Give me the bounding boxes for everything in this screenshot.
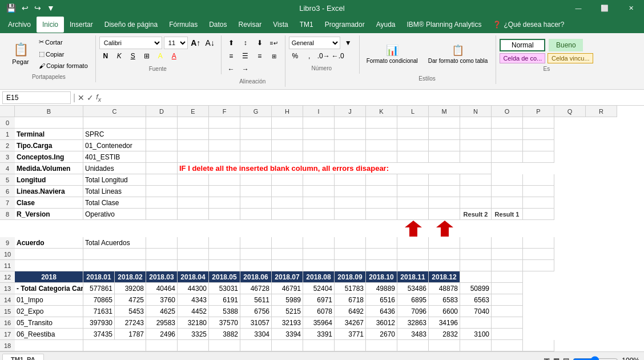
cell[interactable] bbox=[335, 260, 366, 271]
menu-search[interactable]: ❓ ¿Qué desea hacer? bbox=[487, 17, 570, 33]
cell[interactable] bbox=[178, 151, 209, 163]
cell[interactable]: 35964 bbox=[303, 317, 335, 329]
cell[interactable] bbox=[492, 317, 523, 329]
row-header[interactable]: 5 bbox=[0, 174, 15, 186]
cell[interactable]: 2018.11 bbox=[397, 271, 429, 283]
comma-btn[interactable]: , bbox=[303, 50, 316, 62]
cell[interactable] bbox=[335, 140, 366, 151]
window-controls[interactable]: — ⬜ ✕ bbox=[565, 0, 644, 16]
cell[interactable] bbox=[178, 260, 209, 271]
cell[interactable] bbox=[146, 249, 178, 260]
cell[interactable] bbox=[303, 197, 335, 209]
menu-diseno[interactable]: Diseño de página bbox=[99, 17, 163, 33]
cell[interactable]: 02_Expo bbox=[15, 306, 83, 317]
cell[interactable] bbox=[492, 329, 523, 340]
view-layout-btn[interactable]: ▦ bbox=[553, 357, 560, 360]
cell[interactable] bbox=[178, 197, 209, 209]
cell[interactable] bbox=[492, 117, 523, 129]
cell[interactable] bbox=[523, 186, 554, 197]
cell[interactable] bbox=[178, 117, 209, 129]
cell[interactable] bbox=[272, 129, 303, 140]
cell[interactable]: 27243 bbox=[115, 317, 146, 329]
cell[interactable] bbox=[240, 174, 272, 186]
cell[interactable] bbox=[429, 129, 460, 140]
cell[interactable]: 52404 bbox=[303, 283, 335, 294]
cell[interactable] bbox=[83, 249, 146, 260]
cell[interactable]: 31057 bbox=[240, 317, 272, 329]
cell[interactable] bbox=[523, 340, 554, 351]
fill-color-btn[interactable]: A bbox=[154, 50, 167, 62]
cell[interactable] bbox=[492, 340, 523, 351]
increase-decimal-btn[interactable]: .0→ bbox=[317, 50, 330, 62]
cell[interactable] bbox=[523, 197, 554, 209]
cell[interactable] bbox=[366, 117, 397, 129]
cell[interactable] bbox=[366, 151, 397, 163]
cell[interactable] bbox=[146, 117, 178, 129]
cell[interactable] bbox=[15, 340, 83, 351]
col-header-e[interactable]: E bbox=[178, 106, 209, 117]
cell[interactable] bbox=[303, 260, 335, 271]
cell[interactable] bbox=[523, 129, 554, 140]
cell[interactable]: 6078 bbox=[303, 306, 335, 317]
cell[interactable] bbox=[146, 209, 178, 220]
cell[interactable] bbox=[429, 140, 460, 151]
underline-button[interactable]: S bbox=[127, 50, 139, 62]
cell[interactable] bbox=[460, 260, 492, 271]
cell[interactable] bbox=[272, 186, 303, 197]
cell[interactable]: 29583 bbox=[146, 317, 178, 329]
copy-button[interactable]: ⬚ Copiar bbox=[36, 49, 91, 59]
row-header[interactable]: 18 bbox=[0, 340, 15, 351]
cell[interactable] bbox=[178, 174, 209, 186]
cell[interactable] bbox=[272, 237, 303, 249]
cell[interactable] bbox=[209, 237, 240, 249]
col-header-q[interactable]: Q bbox=[554, 106, 586, 117]
cell[interactable] bbox=[272, 151, 303, 163]
cell[interactable]: 3391 bbox=[303, 329, 335, 340]
font-color-btn[interactable]: A bbox=[168, 50, 180, 62]
cell[interactable]: 397930 bbox=[83, 317, 115, 329]
cell[interactable] bbox=[429, 249, 460, 260]
cell[interactable]: R_Version bbox=[15, 209, 83, 220]
cell[interactable] bbox=[492, 237, 523, 249]
cell[interactable] bbox=[492, 140, 523, 151]
cell[interactable]: 70865 bbox=[83, 294, 115, 306]
cell[interactable]: Total Longitud bbox=[83, 174, 146, 186]
qa-dropdown-btn[interactable]: ▼ bbox=[45, 2, 57, 14]
cell[interactable]: 4343 bbox=[178, 294, 209, 306]
cell[interactable]: 2018.06 bbox=[240, 271, 272, 283]
cell[interactable]: 46728 bbox=[240, 283, 272, 294]
cell[interactable] bbox=[240, 129, 272, 140]
cell[interactable] bbox=[523, 249, 554, 260]
cell[interactable] bbox=[272, 340, 303, 351]
cell[interactable]: Lineas.Naviera bbox=[15, 186, 83, 197]
cell[interactable]: 5611 bbox=[240, 294, 272, 306]
align-bottom-btn[interactable]: ⬇ bbox=[253, 37, 266, 49]
cell[interactable] bbox=[209, 260, 240, 271]
border-button[interactable]: ⊞ bbox=[140, 50, 153, 62]
redo-btn[interactable]: ↪ bbox=[33, 2, 43, 14]
cell[interactable] bbox=[209, 129, 240, 140]
cell[interactable]: 2018.03 bbox=[146, 271, 178, 283]
cell[interactable] bbox=[335, 209, 366, 220]
cell[interactable]: 06_Reestiba bbox=[15, 329, 83, 340]
decrease-font-btn[interactable]: A↓ bbox=[204, 37, 216, 49]
cell[interactable] bbox=[397, 140, 429, 151]
cell[interactable] bbox=[335, 151, 366, 163]
cell[interactable]: 2018.08 bbox=[303, 271, 335, 283]
cell[interactable]: 44300 bbox=[178, 283, 209, 294]
cell[interactable] bbox=[429, 174, 460, 186]
cell[interactable]: Result 1 bbox=[492, 209, 523, 220]
row-header[interactable]: 17 bbox=[0, 329, 15, 340]
cell[interactable] bbox=[460, 186, 492, 197]
style-linked-btn[interactable]: Celda vincu... bbox=[548, 53, 593, 63]
cell[interactable] bbox=[146, 340, 178, 351]
number-dropdown-btn[interactable]: ▼ bbox=[342, 37, 355, 49]
cell[interactable]: 3771 bbox=[335, 329, 366, 340]
cell[interactable] bbox=[83, 117, 146, 129]
zoom-slider[interactable] bbox=[573, 356, 618, 360]
view-normal-btn[interactable]: ▣ bbox=[544, 357, 550, 360]
font-name-select[interactable]: Calibri bbox=[99, 37, 162, 49]
row-header[interactable]: 8 bbox=[0, 209, 15, 220]
row-header[interactable]: 10 bbox=[0, 249, 15, 260]
cell[interactable] bbox=[303, 249, 335, 260]
